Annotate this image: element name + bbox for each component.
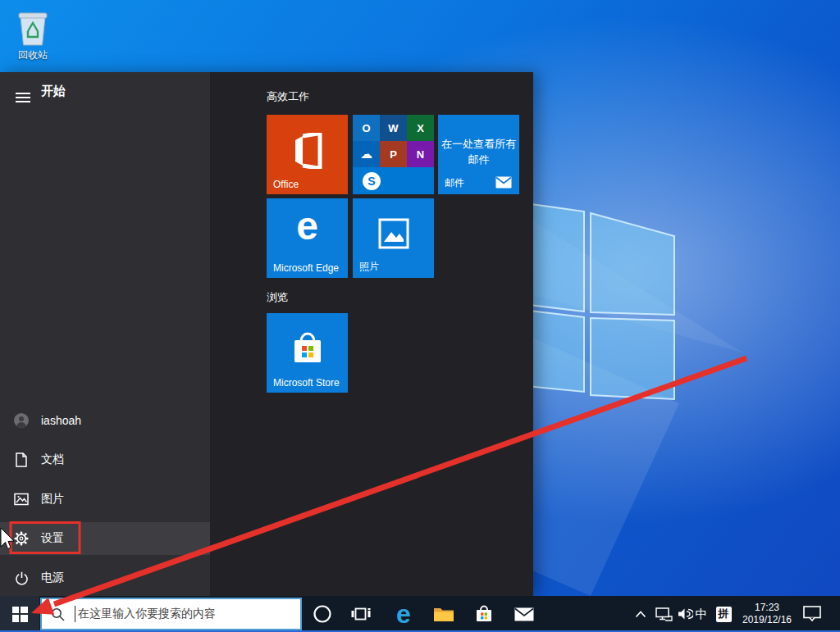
sidebar-item-documents[interactable]: 文档 [0,443,210,476]
speaker-icon [678,607,693,621]
hamburger-menu-icon[interactable] [12,88,34,106]
network-icon [655,607,673,621]
section-title-productivity: 高效工作 [267,89,309,104]
recycle-bin[interactable]: 回收站 [8,7,57,62]
photos-icon [378,218,409,249]
tile-office[interactable]: Office [267,115,348,194]
sidebar-item-power[interactable]: 电源 [0,562,210,594]
tile-edge-label: Microsoft Edge [273,262,339,274]
sidebar-item-settings[interactable]: 设置 [0,522,210,555]
sidebar-power-label: 电源 [41,571,64,585]
search-placeholder: 在这里输入你要搜索的内容 [78,607,216,621]
onedrive-icon: ☁ [353,141,380,167]
sidebar-pictures-label: 图片 [41,492,64,507]
taskbar-edge-button[interactable]: e [386,596,422,632]
ime-pinyin-icon: 拼 [716,607,732,622]
taskbar: 在这里输入你要搜索的内容 e [0,596,840,632]
file-explorer-icon [433,606,454,623]
sidebar-item-pictures[interactable]: 图片 [0,483,210,516]
taskbar-mail-button[interactable] [506,596,542,632]
tile-microsoft-edge[interactable]: e Microsoft Edge [267,198,348,278]
sidebar-item-user[interactable]: iashoah [0,404,210,437]
document-icon [14,452,29,467]
tray-ime-mode[interactable]: 拼 [713,596,734,632]
file-explorer-button[interactable] [426,596,462,632]
start-menu-left-panel [0,72,210,596]
cortana-icon [313,604,332,624]
edge-icon: e [396,601,411,627]
action-center-button[interactable] [797,596,827,632]
mail-envelope-icon [495,176,512,189]
excel-icon: X [407,115,434,141]
tile-mail[interactable]: 在一处查看所有邮件 邮件 [438,115,519,194]
tray-clock[interactable]: 17:23 2019/12/16 [737,596,797,632]
section-title-explore: 浏览 [267,290,288,305]
sidebar-user-label: iashoah [41,414,81,427]
clock-time: 17:23 [755,602,779,614]
outlook-icon: O [353,115,380,141]
store-icon [290,330,326,367]
user-avatar [14,413,29,428]
task-view-button[interactable] [343,596,379,632]
start-menu-header: 开始 [0,82,210,110]
tray-show-hidden-icons[interactable] [630,596,651,632]
skype-cell: S [353,167,434,194]
action-center-icon [803,606,821,622]
cortana-button[interactable] [304,596,340,632]
start-menu: 开始 高效工作 浏览 Office O W X ☁ P N S [0,72,533,596]
office-icon [290,133,325,169]
windows-desktop: 回收站 开始 高效工作 浏览 Office O W X ☁ P [0,0,840,632]
onenote-icon: N [407,141,434,167]
text-caret [75,606,75,622]
tray-ime-language[interactable]: 中 [692,596,711,632]
tile-store-label: Microsoft Store [273,377,340,389]
tile-microsoft-store[interactable]: Microsoft Store [267,313,348,393]
word-icon: W [380,115,407,141]
pictures-icon [14,492,29,507]
tile-photos-label: 照片 [359,260,379,274]
mail-tile-headline: 在一处查看所有邮件 [441,136,516,167]
tile-office-apps[interactable]: O W X ☁ P N S [353,115,434,194]
tile-mail-label: 邮件 [445,176,464,190]
powerpoint-icon: P [380,141,407,167]
chevron-up-icon [635,611,646,618]
power-icon [14,571,29,585]
start-button[interactable] [0,596,39,632]
skype-icon: S [363,172,381,190]
task-view-icon [351,606,371,622]
clock-date: 2019/12/16 [742,614,792,626]
gear-icon [14,531,29,546]
sidebar-documents-label: 文档 [41,452,64,467]
recycle-bin-label: 回收站 [8,48,57,62]
windows-logo-icon [12,607,28,622]
taskbar-store-button[interactable] [466,596,502,632]
sidebar-settings-label: 设置 [41,531,64,546]
office-apps-grid: O W X ☁ P N S [353,115,434,194]
edge-tile-icon: e [267,205,348,248]
mail-icon [514,607,534,621]
store-icon-taskbar [474,604,494,624]
tile-photos[interactable]: 照片 [353,198,434,278]
recycle-bin-icon [14,7,52,48]
tray-network[interactable] [652,596,675,632]
search-icon [51,607,65,621]
start-menu-title: 开始 [41,84,66,99]
tile-office-label: Office [273,179,299,190]
taskbar-search-input[interactable]: 在这里输入你要搜索的内容 [40,598,302,630]
